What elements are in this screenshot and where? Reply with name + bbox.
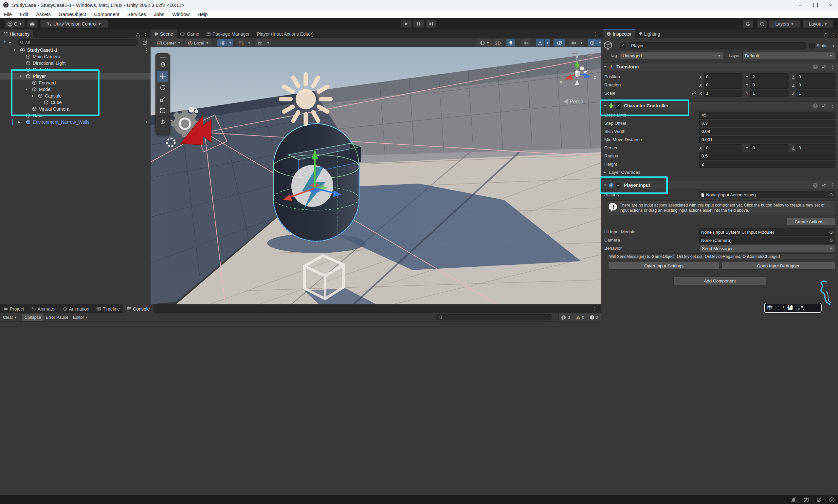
character-controller-header[interactable]: ▼ ✓ Character Controller ?⋮ — [601, 102, 838, 110]
collapse-toggle[interactable]: Collapse — [22, 314, 43, 321]
camera-options-dropdown[interactable]: ▼ — [579, 39, 584, 47]
object-picker-icon[interactable]: ⊙ — [829, 238, 833, 243]
component-enabled-checkbox[interactable]: ✓ — [616, 183, 621, 188]
component-enabled-checkbox[interactable]: ✓ — [616, 103, 621, 109]
skin-width-field[interactable]: 0.08 — [699, 128, 835, 135]
menu-assets[interactable]: Assets — [32, 12, 55, 17]
camera-overlay-toggle[interactable] — [569, 39, 578, 47]
layout-dropdown[interactable]: Layout▼ — [803, 20, 834, 28]
rotation-y-field[interactable]: 0 — [750, 82, 789, 89]
static-dropdown-icon[interactable]: ▼ — [832, 44, 835, 48]
hierarchy-row-selected[interactable]: ▼ Player — [0, 73, 150, 79]
min-move-distance-field[interactable]: 0.001 — [699, 136, 835, 143]
layer-overrides-row[interactable]: ▶Layer Overrides — [601, 169, 838, 176]
tab-hierarchy[interactable]: Hierarchy — [0, 30, 33, 38]
center-y-field[interactable]: 0 — [750, 144, 789, 151]
panel-menu-icon[interactable]: ⋮ — [143, 32, 148, 38]
menu-gameobject[interactable]: GameObject — [55, 12, 90, 17]
debugger-disabled-icon[interactable] — [787, 495, 800, 504]
hierarchy-row-scene[interactable]: ▼ StudyCase1-1 ⋮ — [0, 47, 150, 53]
hierarchy-row[interactable]: ▼ Capsule — [0, 93, 150, 99]
effects-toggle[interactable] — [536, 39, 545, 47]
panel-menu-icon[interactable]: ⋮ — [593, 31, 601, 37]
component-menu-icon[interactable]: ⋮ — [830, 64, 835, 70]
warning-count-badge[interactable]: 0 — [573, 313, 587, 321]
camera-object-field[interactable]: None (Camera)⊙ — [699, 237, 835, 244]
foldout-expanded-icon[interactable]: ▼ — [604, 103, 607, 109]
panel-menu-icon[interactable]: ⋮ — [592, 306, 601, 312]
tab-inspector[interactable]: Inspector — [603, 30, 635, 38]
scale-y-field[interactable]: 1 — [750, 90, 789, 97]
move-tool[interactable] — [157, 71, 168, 82]
behavior-dropdown[interactable]: Send Messages▼ — [699, 245, 835, 252]
info-count-badge[interactable]: 0 — [558, 313, 572, 321]
active-checkbox[interactable]: ✓ — [620, 43, 626, 49]
gizmos-toggle[interactable] — [588, 39, 597, 47]
center-x-field[interactable]: 0 — [704, 144, 743, 151]
component-menu-icon[interactable]: ⋮ — [830, 103, 835, 109]
position-y-field[interactable]: 2 — [750, 73, 789, 80]
link-off-icon[interactable] — [691, 91, 697, 95]
foldout-expanded-icon[interactable]: ▼ — [31, 93, 34, 99]
scene-viewport[interactable]: y x z Persp — [150, 47, 601, 304]
rotation-x-field[interactable]: 0 — [704, 82, 743, 89]
position-x-field[interactable]: 0 — [704, 73, 743, 80]
panel-menu-icon[interactable]: ⋮ — [831, 32, 836, 38]
effects-dropdown[interactable]: ▼ — [545, 39, 550, 47]
increment-options-dropdown[interactable]: ▼ — [266, 39, 271, 47]
snap-increment-toggle[interactable] — [255, 39, 265, 47]
menu-edit[interactable]: Edit — [16, 12, 32, 17]
undo-history-button[interactable] — [743, 20, 753, 28]
scene-lighting-toggle[interactable] — [506, 39, 515, 47]
player-input-header[interactable]: ▼ ✓ Player Input ?⋮ — [601, 181, 838, 190]
drag-handle-icon[interactable] — [159, 55, 166, 58]
grid-visibility-toggle[interactable]: Y — [217, 39, 227, 47]
foldout-expanded-icon[interactable]: ▼ — [25, 86, 28, 93]
help-icon[interactable]: ? — [813, 65, 818, 69]
error-pause-toggle[interactable]: Error Pause — [43, 314, 71, 321]
close-button[interactable]: × — [823, 0, 838, 10]
minimize-button[interactable]: – — [793, 0, 808, 10]
tab-animation[interactable]: Animation — [59, 304, 93, 313]
pause-button[interactable] — [413, 20, 424, 28]
clear-button[interactable]: Clear▼ — [1, 314, 19, 321]
help-icon[interactable]: ? — [813, 104, 818, 108]
ime-avatar-thumbnail[interactable] — [795, 304, 805, 311]
hierarchy-row[interactable]: Cube — [0, 99, 150, 106]
progress-idle-icon[interactable] — [825, 495, 838, 504]
transform-header[interactable]: ▼ Transform ?⋮ — [601, 62, 838, 71]
axis-x-label[interactable]: x — [560, 79, 562, 85]
auto-refresh-disabled-icon[interactable] — [813, 495, 825, 504]
grid-options-dropdown[interactable]: ▼ — [228, 39, 233, 47]
tab-project[interactable]: Project — [0, 304, 28, 313]
account-button[interactable]: G▼ — [4, 20, 25, 28]
transform-tool[interactable] — [157, 116, 168, 128]
view-hand-tool[interactable] — [157, 59, 168, 70]
scene-menu-icon[interactable]: ⋮ — [144, 48, 149, 53]
tab-timeline[interactable]: Timeline — [93, 304, 123, 313]
axis-y-label[interactable]: y — [576, 54, 578, 59]
snap-toggle[interactable] — [236, 39, 246, 47]
search-button[interactable] — [757, 20, 767, 28]
scale-x-field[interactable]: 1 — [704, 90, 743, 97]
menu-jobs[interactable]: Jobs — [150, 12, 168, 17]
hierarchy-row[interactable]: ▼ Model — [0, 86, 150, 93]
chevron-down-icon[interactable]: ▼ — [8, 41, 12, 44]
prefab-open-chevron-icon[interactable]: > — [145, 119, 148, 125]
gameobject-name-field[interactable]: Player — [629, 42, 806, 50]
presets-icon[interactable] — [822, 104, 826, 108]
hierarchy-row[interactable]: Main Camera — [0, 53, 150, 60]
scale-tool[interactable] — [157, 94, 168, 105]
ime-language-bar[interactable]: 中 °, 键 — [764, 303, 822, 313]
object-picker-icon[interactable]: ⊙ — [829, 192, 833, 197]
projection-label[interactable]: Persp — [570, 99, 583, 104]
hierarchy-row[interactable]: Global Volume — [0, 67, 150, 73]
tab-console[interactable]: Console — [123, 304, 153, 313]
hierarchy-row[interactable]: Virtual Camera — [0, 106, 150, 112]
tab-lighting[interactable]: Lighting — [635, 30, 664, 38]
menu-help[interactable]: Help — [194, 12, 212, 17]
menu-services[interactable]: Services — [123, 12, 150, 17]
rect-tool[interactable] — [157, 105, 168, 116]
position-z-field[interactable]: 0 — [797, 73, 835, 80]
cache-server-disabled-icon[interactable] — [800, 495, 813, 504]
